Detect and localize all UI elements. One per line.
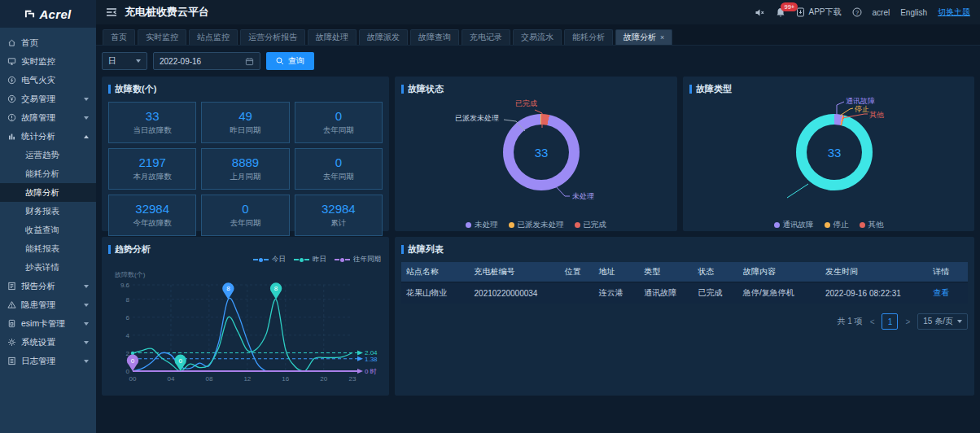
top-panels-row: 故障数(个) 33当日故障数 49昨日同期 0去年同期 2197本月故障数 88…	[102, 77, 974, 231]
sidebar-sub-finance-report[interactable]: 财务报表	[0, 202, 96, 221]
trend-legend: 今日昨日往年同期	[253, 255, 381, 265]
app-root: Acrel 首页 实时监控 电气火灾 交易管理 故障管理	[0, 0, 980, 433]
trend-legend-item[interactable]: 往年同期	[335, 255, 381, 265]
chevron-down-icon	[957, 320, 962, 323]
chevron-down-icon	[84, 116, 89, 120]
sidebar-item-stat-analysis[interactable]: 统计分析	[0, 127, 96, 146]
period-select[interactable]: 日	[102, 52, 147, 70]
chevron-down-icon	[84, 304, 89, 307]
panel-fault-count: 故障数(个) 33当日故障数 49昨日同期 0去年同期 2197本月故障数 88…	[102, 77, 389, 231]
tab-fault-analysis[interactable]: 故障分析 ×	[615, 29, 672, 45]
stat-box-yesterday: 49昨日同期	[201, 102, 289, 143]
tab-home[interactable]: 首页	[103, 29, 135, 45]
prev-page-button[interactable]: <	[868, 317, 877, 326]
sidebar-item-system-settings[interactable]: 系统设置	[0, 333, 96, 352]
legend-item[interactable]: 通讯故障	[774, 220, 814, 230]
svg-text:0: 0	[131, 357, 135, 365]
sidebar-sub-revenue-query[interactable]: 收益查询	[0, 221, 96, 239]
sidebar-sub-fault-analysis[interactable]: 故障分析	[0, 183, 96, 202]
sidebar-item-fault-mgmt[interactable]: 故障管理	[0, 108, 96, 127]
notifications-button[interactable]: 99+	[776, 7, 785, 18]
title-accent-bar	[108, 245, 111, 254]
logo: Acrel	[0, 0, 96, 28]
sidebar-sub-energy-analysis[interactable]: 能耗分析	[0, 164, 96, 183]
gear-icon	[7, 338, 16, 347]
sidebar-sub-energy-report[interactable]: 能耗报表	[0, 239, 96, 258]
cell-position	[560, 282, 594, 304]
tab-fault-dispatch[interactable]: 故障派发	[359, 29, 408, 45]
legend-item[interactable]: 其他	[860, 220, 884, 230]
legend-item[interactable]: 已完成	[575, 220, 607, 230]
app-download-button[interactable]: APP下载	[796, 7, 841, 18]
theme-switch-link[interactable]: 切换主题	[938, 7, 970, 18]
sidebar-sub-meter-detail[interactable]: 抄表详情	[0, 258, 96, 277]
panel-fault-status: 故障状态 33 已完成 已派发未处理 未处理	[395, 77, 677, 231]
sidebar-item-realtime-monitor[interactable]: 实时监控	[0, 52, 96, 71]
cell-station-name: 花果山物业	[401, 282, 470, 304]
trend-legend-item[interactable]: 今日	[253, 255, 286, 265]
sidebar-item-report-analysis[interactable]: 报告分析	[0, 277, 96, 295]
chevron-down-icon	[84, 360, 89, 363]
title-accent-bar	[108, 85, 111, 94]
svg-text:8: 8	[126, 296, 130, 304]
panel-title: 故障数(个)	[108, 83, 383, 95]
chevron-down-icon	[84, 285, 89, 288]
fault-table: 站点名称 充电桩编号 位置 地址 类型 状态 故障内容 发生时间 详情 花果山物…	[401, 262, 968, 304]
callout-stop: 停止	[855, 104, 869, 115]
logo-icon	[24, 9, 35, 20]
help-button[interactable]: ?	[852, 7, 862, 17]
sim-card-icon	[7, 319, 16, 328]
tab-fault-query[interactable]: 故障查询	[410, 29, 459, 45]
callout-completed: 已完成	[515, 98, 537, 109]
bottom-panels-row: 趋势分析 今日昨日往年同期 故障数(个)024689.6000408121620…	[102, 237, 974, 396]
next-page-button[interactable]: >	[903, 317, 912, 326]
sidebar-item-esim-mgmt[interactable]: esim卡管理	[0, 314, 96, 333]
tab-transaction-flow[interactable]: 交易流水	[513, 29, 562, 45]
sidebar-item-hazard-mgmt[interactable]: 隐患管理	[0, 295, 96, 314]
sidebar-item-log-mgmt[interactable]: 日志管理	[0, 352, 96, 370]
tab-energy-analysis[interactable]: 能耗分析	[564, 29, 613, 45]
legend-dot	[509, 222, 514, 228]
language-switch[interactable]: English	[900, 8, 927, 17]
panel-title: 趋势分析	[108, 243, 383, 256]
sidebar-item-home[interactable]: 首页	[0, 33, 96, 52]
tab-fault-handle[interactable]: 故障处理	[308, 29, 357, 45]
mute-button[interactable]	[755, 7, 765, 18]
close-tab-icon[interactable]: ×	[660, 33, 664, 42]
username[interactable]: acrel	[873, 8, 890, 17]
page-number-button[interactable]: 1	[882, 313, 898, 330]
svg-text:0: 0	[126, 368, 130, 375]
legend-item[interactable]: 停止	[825, 220, 849, 230]
date-input[interactable]	[160, 57, 225, 66]
svg-text:12: 12	[243, 375, 251, 383]
date-picker[interactable]	[153, 52, 260, 70]
sidebar-item-transaction-mgmt[interactable]: 交易管理	[0, 90, 96, 108]
tab-operation-report[interactable]: 运营分析报告	[240, 29, 305, 45]
page-size-select[interactable]: 15 条/页	[917, 313, 968, 330]
legend-dot	[860, 222, 865, 228]
panel-fault-list: 故障列表 站点名称 充电桩编号 位置 地址 类型 状态 故障内容 发生时间	[395, 237, 974, 396]
tab-realtime-monitor[interactable]: 实时监控	[138, 29, 186, 45]
trend-legend-item[interactable]: 昨日	[294, 255, 326, 265]
collapse-sidebar-icon[interactable]	[106, 7, 117, 17]
monitor-icon	[7, 57, 16, 66]
fault-status-chart: 33 已完成 已派发未处理 未处理	[401, 97, 671, 217]
cell-occur-time: 2022-09-16 08:22:31	[820, 282, 928, 304]
panel-trend-analysis: 趋势分析 今日昨日往年同期 故障数(个)024689.6000408121620…	[102, 237, 389, 396]
stat-box-lastyear-month: 0去年同期	[295, 148, 383, 190]
svg-text:23: 23	[349, 375, 357, 383]
panel-title: 故障类型	[689, 83, 968, 95]
top-header: 充电桩收费云平台 99+ APP下载 ? acrel English	[96, 0, 980, 24]
sidebar-item-electric-fire[interactable]: 电气火灾	[0, 71, 96, 90]
stat-box-lastmonth: 8889上月同期	[201, 148, 289, 190]
tab-station-monitor[interactable]: 站点监控	[189, 29, 238, 45]
search-button[interactable]: 查询	[266, 52, 314, 70]
help-circle-icon: ?	[852, 7, 862, 17]
legend-item[interactable]: 已派发未处理	[509, 220, 564, 230]
stat-box-today: 33当日故障数	[108, 102, 196, 143]
view-detail-link[interactable]: 查看	[933, 288, 949, 297]
page-title: 充电桩收费云平台	[125, 5, 209, 20]
legend-item[interactable]: 未处理	[466, 220, 498, 230]
sidebar-sub-operation-trend[interactable]: 运营趋势	[0, 146, 96, 164]
tab-charge-record[interactable]: 充电记录	[462, 29, 510, 45]
